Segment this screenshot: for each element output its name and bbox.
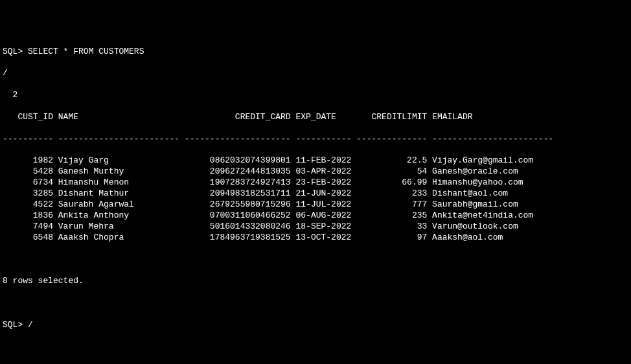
sql-prompt-line[interactable]: SQL> SELECT * FROM CUSTOMERS <box>3 47 628 58</box>
separator-row-1: ---------- ------------------------ ----… <box>3 134 628 145</box>
table-row: 1982 Vijay Garg 0862032074399801 11-FEB-… <box>3 155 628 166</box>
table-row: 5428 Ganesh Murthy 2096272444813035 03-A… <box>3 166 628 177</box>
table-row: 6734 Himanshu Menon 1907283724927413 23-… <box>3 177 628 188</box>
table-row: 3285 Dishant Mathur 2094983182531711 21-… <box>3 188 628 199</box>
table-row: 1836 Ankita Anthony 0700311060466252 06-… <box>3 210 628 222</box>
sql-prompt-2[interactable]: SQL> / <box>3 320 628 331</box>
blank-1 <box>3 254 628 265</box>
sql-prompt: SQL> <box>3 47 28 56</box>
page-number: 2 <box>3 90 628 101</box>
rows-selected-1: 8 rows selected. <box>3 276 628 287</box>
table-row: 7494 Varun Mehra 5016014332080246 18-SEP… <box>3 222 628 233</box>
table-row: 4522 Saurabh Agarwal 2679255980715296 11… <box>3 199 628 210</box>
sql-query: SELECT * FROM CUSTOMERS <box>28 47 144 56</box>
blank-3 <box>3 342 628 353</box>
blank-2 <box>3 298 628 309</box>
table-row: 6548 Aaaksh Chopra 1784963719381525 13-O… <box>3 233 628 244</box>
sql-continuation: / <box>3 68 628 79</box>
header-row-1: CUST_ID NAME CREDIT_CARD EXP_DATE CREDIT… <box>3 112 628 123</box>
result-set-1: 1982 Vijay Garg 0862032074399801 11-FEB-… <box>3 155 628 243</box>
